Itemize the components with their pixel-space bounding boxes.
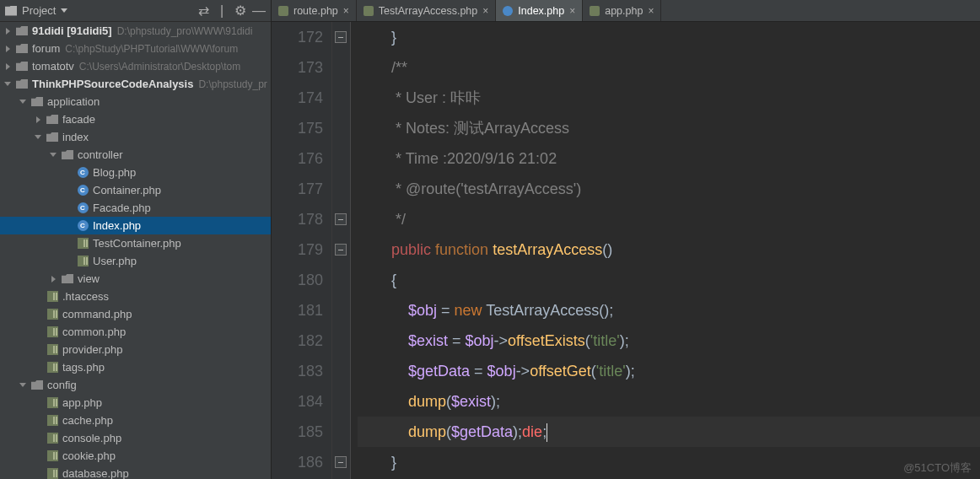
expand-arrow-icon[interactable] [3,28,12,35]
fold-toggle-icon[interactable] [335,213,347,225]
file-icon [15,43,29,55]
tree-item-console-php[interactable]: console.php [0,429,271,447]
tree-item-database-php[interactable]: database.php [0,465,271,479]
line-number[interactable]: 175 [272,113,323,143]
file-icon [46,450,59,462]
file-icon [76,167,89,179]
tree-item-common-php[interactable]: common.php [0,323,271,341]
tree-item-provider-php[interactable]: provider.php [0,341,271,358]
code-line[interactable]: dump($getData);die; [358,417,980,447]
tree-item-command-php[interactable]: command.php [0,305,271,323]
code-line[interactable]: * User : 咔咔 [358,83,980,113]
close-icon[interactable]: × [343,5,349,17]
fold-toggle-icon[interactable] [335,456,347,468]
code-line[interactable]: { [358,265,980,295]
gear-icon[interactable]: ⚙ [234,4,247,18]
line-number[interactable]: 177 [272,174,323,204]
editor-area: route.php×TestArrayAccess.php×Index.php×… [272,0,980,479]
tree-item-index[interactable]: index [0,128,271,146]
tree-item-app-php[interactable]: app.php [0,394,271,412]
code-editor[interactable]: 1721731741751761771781791801811821831841… [272,22,980,479]
tree-item-testcontainer-php[interactable]: TestContainer.php [0,234,271,252]
expand-arrow-icon[interactable] [19,383,27,387]
line-number[interactable]: 181 [272,295,323,326]
line-number[interactable]: 180 [272,265,323,295]
tree-item-91didi-91didi5-[interactable]: 91didi [91didi5]D:\phpstudy_pro\WWW\91di… [0,22,271,40]
line-number[interactable]: 184 [272,386,323,417]
line-number[interactable]: 182 [272,326,323,356]
tree-item--htaccess[interactable]: .htaccess [0,288,271,305]
line-number[interactable]: 185 [272,417,323,447]
file-icon [46,291,59,303]
line-number[interactable]: 179 [272,234,323,265]
tab-index-php[interactable]: Index.php× [496,0,583,21]
expand-arrow-icon[interactable] [3,63,12,70]
code-line[interactable]: dump($exist); [358,386,980,417]
close-icon[interactable]: × [569,5,575,17]
fold-gutter[interactable] [332,22,351,479]
code-content[interactable]: } /** * User : 咔咔 * Notes: 测试ArrayAccess… [351,22,980,479]
line-number[interactable]: 186 [272,447,323,477]
chevron-down-icon[interactable] [61,8,67,13]
tab-label: TestArrayAccess.php [379,5,477,17]
line-number[interactable]: 173 [272,52,323,83]
expand-arrow-icon[interactable] [19,100,27,104]
expand-arrow-icon[interactable] [49,276,57,283]
code-line[interactable]: public function testArrayAccess() [358,234,980,265]
code-line[interactable]: * Notes: 测试ArrayAccess [358,113,980,143]
hide-icon[interactable]: — [252,4,266,18]
tree-item-view[interactable]: view [0,270,271,288]
scroll-from-source-icon[interactable]: ⇄ [197,4,210,18]
tree-item-index-php[interactable]: Index.php [0,217,271,234]
tree-item-forum[interactable]: forumC:\phpStudy\PHPTutorial\WWW\forum [0,40,271,57]
tree-label: command.php [62,308,132,320]
tree-item-thinkphpsourcecodeanalysis[interactable]: ThinkPHPSourceCodeAnalysisD:\phpstudy_pr [0,75,271,93]
tree-item-config[interactable]: config [0,376,271,394]
code-line[interactable]: } [358,22,980,52]
tab-route-php[interactable]: route.php× [272,0,357,21]
code-line[interactable]: } [358,447,980,477]
tree-item-user-php[interactable]: User.php [0,252,271,270]
expand-arrow-icon[interactable] [3,46,12,52]
line-number[interactable]: 172 [272,22,323,52]
expand-arrow-icon[interactable] [34,135,42,139]
tree-item-tomatotv[interactable]: tomatotvC:\Users\Administrator\Desktop\t… [0,57,271,75]
file-icon [76,220,89,232]
tree-item-application[interactable]: application [0,93,271,110]
expand-arrow-icon[interactable] [3,82,12,86]
close-icon[interactable]: × [482,5,488,17]
tree-item-container-php[interactable]: Container.php [0,181,271,199]
fold-toggle-icon[interactable] [335,244,347,256]
tree-item-cookie-php[interactable]: cookie.php [0,447,271,465]
tree-item-tags-php[interactable]: tags.php [0,358,271,376]
code-line[interactable]: * Time :2020/9/16 21:02 [358,143,980,174]
tree-item-blog-php[interactable]: Blog.php [0,164,271,181]
tree-item-facade-php[interactable]: Facade.php [0,199,271,217]
tree-label: TestContainer.php [93,237,181,250]
close-icon[interactable]: × [648,5,654,17]
line-number[interactable]: 178 [272,204,323,234]
file-icon [46,468,59,480]
tab-testarrayaccess-php[interactable]: TestArrayAccess.php× [357,0,496,21]
code-line[interactable]: $getData = $obj->offsetGet('title'); [358,356,980,386]
expand-arrow-icon[interactable] [34,116,42,123]
code-line[interactable]: * @route('testArrayAccess') [358,174,980,204]
tree-path-hint: D:\phpstudy_pr [198,78,267,90]
tree-item-facade[interactable]: facade [0,110,271,128]
code-line[interactable]: $exist = $obj->offsetExists('title'); [358,326,980,356]
code-line[interactable]: /** [358,52,980,83]
code-line[interactable]: $obj = new TestArrayAccess(); [358,295,980,326]
line-number[interactable]: 174 [272,83,323,113]
code-line[interactable]: */ [358,204,980,234]
project-tree[interactable]: 91didi [91didi5]D:\phpstudy_pro\WWW\91di… [0,22,271,479]
line-number[interactable]: 176 [272,143,323,174]
line-number[interactable]: 183 [272,356,323,386]
tab-app-php[interactable]: app.php× [583,0,661,21]
expand-arrow-icon[interactable] [49,153,57,157]
collapse-icon[interactable]: | [215,4,229,18]
tree-item-controller[interactable]: controller [0,146,271,164]
fold-toggle-icon[interactable] [335,31,347,43]
tree-item-cache-php[interactable]: cache.php [0,412,271,429]
panel-title[interactable]: Project [22,4,56,17]
file-type-icon [363,6,374,16]
